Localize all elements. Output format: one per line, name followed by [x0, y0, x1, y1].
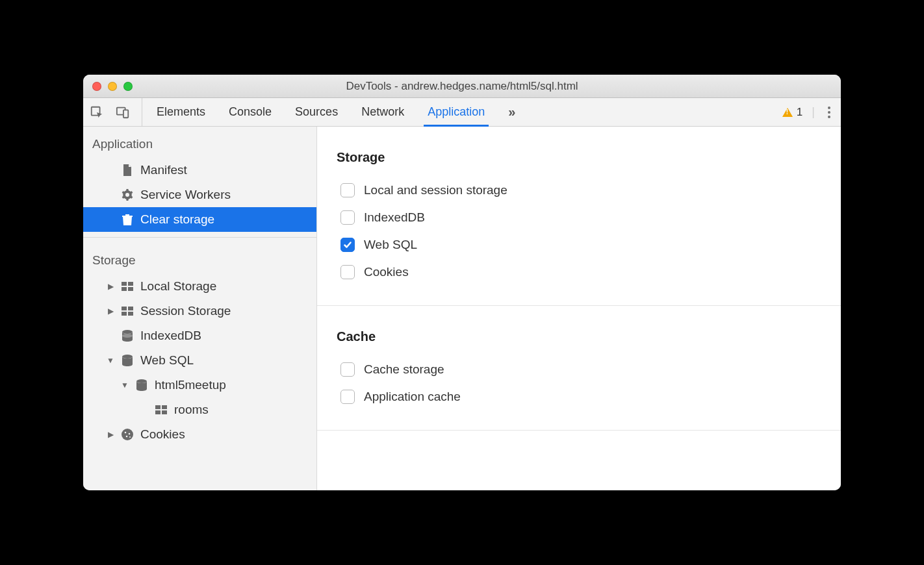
option-label: Cache storage — [364, 362, 444, 377]
sidebar-item-manifest[interactable]: Manifest — [83, 158, 316, 182]
checkbox-checked-icon — [340, 238, 355, 252]
group-title: Cache — [337, 329, 821, 344]
option-cache-storage[interactable]: Cache storage — [337, 356, 821, 383]
svg-point-13 — [122, 355, 133, 358]
option-web-sql[interactable]: Web SQL — [337, 231, 821, 258]
svg-rect-6 — [128, 287, 133, 291]
chevron-right-icon: ▶ — [107, 430, 114, 439]
svg-rect-2 — [123, 110, 128, 118]
checkbox-icon — [340, 265, 355, 279]
sidebar-item-cookies[interactable]: ▶ Cookies — [83, 422, 316, 447]
database-icon — [121, 329, 134, 342]
svg-rect-10 — [128, 312, 133, 316]
warning-icon — [782, 108, 793, 117]
sidebar-item-service-workers[interactable]: Service Workers — [83, 182, 316, 207]
sidebar: Application Manifest Service Workers — [83, 127, 317, 490]
devtools-window: DevTools - andrew.hedges.name/html5/sql.… — [83, 75, 841, 490]
sidebar-item-web-sql[interactable]: ▼ Web SQL — [83, 348, 316, 373]
svg-rect-15 — [155, 405, 160, 409]
sidebar-item-label: Session Storage — [140, 304, 231, 318]
svg-rect-4 — [128, 282, 133, 286]
option-local-session-storage[interactable]: Local and session storage — [337, 177, 821, 204]
option-cookies[interactable]: Cookies — [337, 258, 821, 286]
svg-rect-18 — [162, 410, 167, 414]
svg-point-11 — [122, 330, 133, 334]
main-panel: Storage Local and session storage Indexe… — [317, 127, 841, 490]
sidebar-item-label: Service Workers — [140, 188, 231, 202]
option-label: IndexedDB — [364, 210, 425, 225]
sidebar-divider — [83, 237, 316, 238]
window-title: DevTools - andrew.hedges.name/html5/sql.… — [83, 80, 841, 93]
svg-point-22 — [126, 436, 128, 438]
option-application-cache[interactable]: Application cache — [337, 383, 821, 410]
settings-menu-icon[interactable] — [824, 107, 834, 118]
sidebar-item-label: Local Storage — [140, 279, 216, 294]
database-icon — [135, 379, 148, 392]
grid-icon — [121, 305, 134, 318]
grid-icon — [155, 403, 168, 416]
sidebar-item-label: rooms — [174, 403, 209, 417]
checkbox-icon — [340, 390, 355, 404]
grid-icon — [121, 280, 134, 293]
sidebar-item-clear-storage[interactable]: Clear storage — [83, 207, 316, 232]
sidebar-item-indexeddb[interactable]: IndexedDB — [83, 323, 316, 348]
warnings-count: 1 — [797, 106, 802, 119]
sidebar-item-label: IndexedDB — [140, 329, 201, 343]
svg-rect-8 — [128, 307, 133, 310]
tab-network[interactable]: Network — [361, 98, 404, 126]
tab-elements[interactable]: Elements — [157, 98, 205, 126]
sidebar-item-rooms[interactable]: rooms — [83, 397, 316, 422]
chevron-down-icon: ▼ — [121, 381, 129, 390]
content-split: Application Manifest Service Workers — [83, 127, 841, 490]
sidebar-item-label: Web SQL — [140, 353, 194, 368]
tab-sources[interactable]: Sources — [295, 98, 338, 126]
checkbox-icon — [340, 362, 355, 377]
database-icon — [121, 354, 134, 367]
option-label: Cookies — [364, 265, 409, 279]
chevron-right-icon: ▶ — [107, 282, 114, 291]
tab-application[interactable]: Application — [428, 98, 485, 126]
titlebar: DevTools - andrew.hedges.name/html5/sql.… — [83, 75, 841, 98]
group-title: Storage — [337, 150, 821, 165]
group-cache: Cache Cache storage Application cache — [317, 306, 841, 431]
svg-point-19 — [122, 429, 133, 440]
tab-console[interactable]: Console — [229, 98, 272, 126]
trash-icon — [121, 213, 134, 226]
device-toggle-icon[interactable] — [116, 105, 130, 119]
sidebar-section-storage: Storage — [83, 243, 316, 274]
group-storage: Storage Local and session storage Indexe… — [317, 127, 841, 306]
sidebar-item-label: html5meetup — [155, 378, 226, 392]
svg-point-20 — [125, 432, 127, 434]
sidebar-item-label: Clear storage — [140, 212, 214, 227]
checkbox-icon — [340, 210, 355, 225]
devtools-toolbar: Elements Console Sources Network Applica… — [83, 98, 841, 127]
sidebar-item-session-storage[interactable]: ▶ Session Storage — [83, 299, 316, 323]
sidebar-item-html5meetup[interactable]: ▼ html5meetup — [83, 373, 316, 397]
checkbox-icon — [340, 183, 355, 197]
svg-rect-16 — [162, 405, 167, 409]
svg-point-14 — [136, 379, 147, 383]
chevron-right-icon: ▶ — [107, 307, 114, 316]
option-label: Local and session storage — [364, 183, 507, 197]
svg-rect-5 — [122, 287, 127, 291]
sidebar-section-application: Application — [83, 127, 316, 158]
svg-rect-7 — [122, 307, 127, 310]
svg-rect-9 — [122, 312, 127, 316]
option-label: Web SQL — [364, 238, 417, 252]
panel-tabs: Elements Console Sources Network Applica… — [149, 98, 775, 126]
svg-point-23 — [129, 436, 131, 438]
file-icon — [121, 164, 134, 177]
chevron-down-icon: ▼ — [107, 356, 114, 365]
inspect-element-icon[interactable] — [90, 105, 104, 119]
cookie-icon — [121, 428, 134, 441]
option-label: Application cache — [364, 390, 461, 404]
option-indexeddb[interactable]: IndexedDB — [337, 204, 821, 231]
svg-point-21 — [129, 433, 131, 435]
svg-point-12 — [122, 334, 133, 338]
svg-rect-17 — [155, 410, 160, 414]
sidebar-item-local-storage[interactable]: ▶ Local Storage — [83, 274, 316, 299]
warnings-badge[interactable]: 1 — [782, 106, 802, 119]
more-tabs-icon[interactable]: » — [508, 105, 515, 119]
gear-icon — [121, 188, 134, 201]
sidebar-item-label: Manifest — [140, 163, 187, 177]
